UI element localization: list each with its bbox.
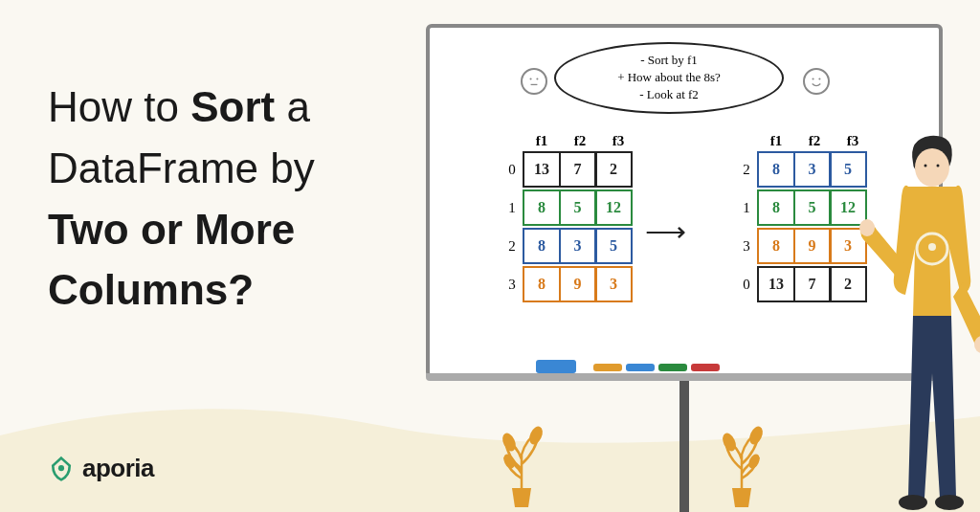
- row-index: 0: [736, 277, 757, 293]
- table-cell: 7: [559, 151, 597, 188]
- page-title: How to Sort a DataFrame by Two or More C…: [48, 77, 392, 321]
- table-cell: 3: [793, 151, 832, 188]
- markers: [593, 364, 720, 371]
- svg-point-20: [935, 495, 964, 510]
- bubble-line: - Sort by f1: [571, 52, 767, 69]
- svg-point-12: [915, 148, 949, 187]
- right-dataframe-table: f1f2f3 283518512389301372: [736, 133, 872, 302]
- table-cell: 8: [523, 189, 561, 226]
- svg-point-0: [58, 465, 64, 471]
- row-index: 3: [501, 277, 523, 293]
- svg-point-18: [928, 243, 936, 251]
- table-row: 2835: [501, 228, 637, 264]
- table-cell: 9: [793, 228, 832, 264]
- table-cell: 3: [559, 228, 597, 264]
- svg-point-5: [818, 78, 820, 79]
- happy-face-icon: [803, 68, 830, 95]
- svg-point-14: [937, 165, 940, 167]
- table-row: 01372: [736, 266, 872, 302]
- table-cell: 8: [523, 228, 561, 264]
- row-index: 0: [501, 162, 523, 178]
- marker-icon: [691, 364, 720, 371]
- svg-point-15: [859, 219, 875, 236]
- table-row: 2835: [736, 151, 872, 188]
- row-index: 1: [736, 200, 757, 216]
- table-cell: 2: [594, 151, 633, 188]
- table-row: 3893: [501, 266, 637, 302]
- svg-point-7: [526, 424, 545, 446]
- row-index: 1: [501, 200, 523, 216]
- svg-point-13: [924, 165, 927, 167]
- aporia-logo: aporia: [48, 454, 154, 483]
- table-cell: 8: [523, 266, 561, 302]
- table-cell: 12: [594, 189, 633, 226]
- table-cell: 5: [793, 189, 832, 226]
- aporia-logo-icon: [48, 456, 75, 482]
- row-index: 2: [736, 162, 757, 178]
- marker-icon: [593, 364, 622, 371]
- arrow-icon: ⟶: [645, 214, 686, 248]
- left-dataframe-table: f1f2f3 013721851228353893: [501, 133, 637, 302]
- table-cell: 3: [594, 266, 633, 302]
- table-cell: 8: [757, 228, 795, 264]
- table-cell: 13: [757, 266, 795, 302]
- table-cell: 5: [559, 189, 597, 226]
- marker-icon: [658, 364, 687, 371]
- table-cell: 13: [523, 151, 561, 188]
- row-index: 2: [501, 238, 523, 255]
- svg-point-2: [536, 78, 538, 79]
- bubble-line: + How about the 8s?: [571, 69, 767, 86]
- marker-icon: [626, 364, 655, 371]
- row-index: 3: [736, 238, 757, 255]
- table-cell: 9: [559, 266, 597, 302]
- bubble-line: - Look at f2: [571, 86, 767, 103]
- table-cell: 5: [594, 228, 633, 264]
- column-headers: f1f2f3: [523, 133, 637, 149]
- neutral-face-icon: [521, 68, 547, 95]
- svg-point-10: [746, 424, 765, 446]
- table-row: 3893: [736, 228, 872, 264]
- table-cell: 7: [793, 266, 832, 302]
- eraser-icon: [536, 360, 576, 373]
- speech-bubble: - Sort by f1 + How about the 8s? - Look …: [554, 42, 784, 114]
- person-illustration: [856, 124, 980, 512]
- aporia-logo-text: aporia: [82, 454, 154, 483]
- svg-point-19: [899, 495, 927, 510]
- plant-icon: [488, 412, 555, 512]
- whiteboard-stand: [679, 378, 689, 512]
- plant-icon: [708, 412, 775, 512]
- table-cell: 8: [757, 189, 795, 226]
- table-row: 01372: [501, 151, 637, 188]
- column-headers: f1f2f3: [757, 133, 872, 149]
- svg-point-1: [530, 78, 532, 79]
- table-row: 18512: [501, 189, 637, 226]
- table-cell: 8: [757, 151, 795, 188]
- table-row: 18512: [736, 189, 872, 226]
- svg-point-4: [813, 78, 814, 79]
